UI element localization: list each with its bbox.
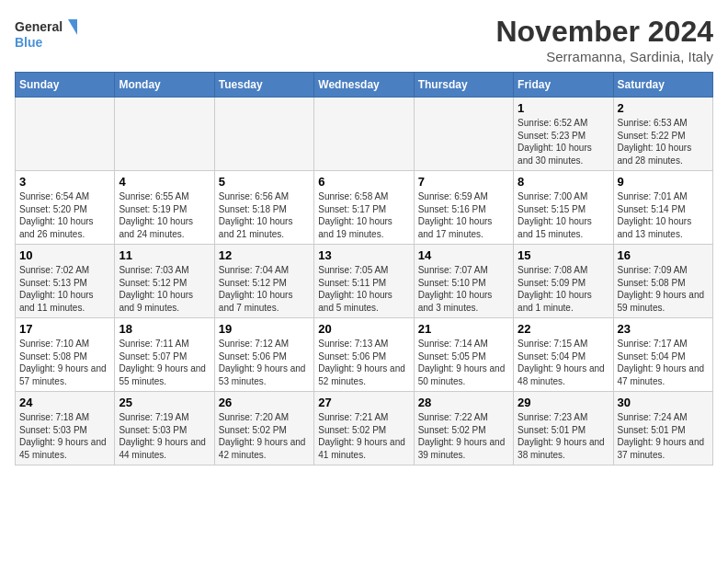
day-info: Sunrise: 6:53 AM Sunset: 5:22 PM Dayligh… bbox=[618, 117, 709, 167]
column-header-friday: Friday bbox=[514, 73, 613, 98]
day-cell: 16Sunrise: 7:09 AM Sunset: 5:08 PM Dayli… bbox=[613, 245, 712, 318]
day-info: Sunrise: 7:17 AM Sunset: 5:04 PM Dayligh… bbox=[618, 338, 709, 387]
day-number: 25 bbox=[119, 396, 210, 409]
day-cell: 18Sunrise: 7:11 AM Sunset: 5:07 PM Dayli… bbox=[115, 318, 214, 392]
header: General Blue November 2024 Serramanna, S… bbox=[15, 15, 713, 64]
day-cell: 7Sunrise: 6:59 AM Sunset: 5:16 PM Daylig… bbox=[414, 171, 513, 245]
day-number: 27 bbox=[318, 396, 409, 409]
week-row-4: 17Sunrise: 7:10 AM Sunset: 5:08 PM Dayli… bbox=[16, 318, 713, 392]
day-number: 13 bbox=[318, 248, 409, 262]
day-cell: 9Sunrise: 7:01 AM Sunset: 5:14 PM Daylig… bbox=[613, 171, 712, 245]
day-info: Sunrise: 7:23 AM Sunset: 5:01 PM Dayligh… bbox=[518, 411, 609, 461]
day-info: Sunrise: 6:52 AM Sunset: 5:23 PM Dayligh… bbox=[518, 117, 609, 167]
day-info: Sunrise: 7:19 AM Sunset: 5:03 PM Dayligh… bbox=[119, 411, 210, 461]
week-row-3: 10Sunrise: 7:02 AM Sunset: 5:13 PM Dayli… bbox=[16, 245, 713, 318]
day-number: 11 bbox=[119, 248, 210, 262]
day-cell: 17Sunrise: 7:10 AM Sunset: 5:08 PM Dayli… bbox=[16, 318, 115, 392]
day-number: 20 bbox=[318, 322, 409, 336]
day-cell: 3Sunrise: 6:54 AM Sunset: 5:20 PM Daylig… bbox=[16, 171, 115, 245]
day-cell: 26Sunrise: 7:20 AM Sunset: 5:02 PM Dayli… bbox=[214, 392, 313, 465]
day-cell: 20Sunrise: 7:13 AM Sunset: 5:06 PM Dayli… bbox=[314, 318, 414, 392]
day-cell: 5Sunrise: 6:56 AM Sunset: 5:18 PM Daylig… bbox=[214, 171, 313, 245]
svg-text:General: General bbox=[15, 19, 63, 34]
day-number: 3 bbox=[19, 175, 110, 189]
day-cell: 19Sunrise: 7:12 AM Sunset: 5:06 PM Dayli… bbox=[214, 318, 313, 392]
day-cell: 29Sunrise: 7:23 AM Sunset: 5:01 PM Dayli… bbox=[514, 392, 613, 465]
day-info: Sunrise: 7:11 AM Sunset: 5:07 PM Dayligh… bbox=[119, 338, 210, 387]
day-cell: 25Sunrise: 7:19 AM Sunset: 5:03 PM Dayli… bbox=[115, 392, 214, 465]
day-number: 4 bbox=[119, 175, 210, 189]
day-number: 15 bbox=[518, 248, 609, 262]
day-cell bbox=[414, 98, 513, 171]
column-header-sunday: Sunday bbox=[16, 73, 115, 98]
logo-svg: General Blue bbox=[15, 15, 79, 56]
day-info: Sunrise: 7:05 AM Sunset: 5:11 PM Dayligh… bbox=[318, 264, 409, 314]
title-area: November 2024 Serramanna, Sardinia, Ital… bbox=[495, 15, 713, 64]
day-info: Sunrise: 7:01 AM Sunset: 5:14 PM Dayligh… bbox=[618, 190, 709, 240]
header-row: SundayMondayTuesdayWednesdayThursdayFrid… bbox=[16, 73, 713, 98]
day-number: 5 bbox=[219, 175, 310, 189]
day-info: Sunrise: 7:08 AM Sunset: 5:09 PM Dayligh… bbox=[518, 264, 609, 314]
day-number: 28 bbox=[418, 396, 509, 409]
svg-text:Blue: Blue bbox=[15, 35, 43, 50]
day-number: 1 bbox=[518, 101, 609, 115]
month-title: November 2024 bbox=[495, 15, 713, 49]
day-info: Sunrise: 7:18 AM Sunset: 5:03 PM Dayligh… bbox=[19, 411, 110, 461]
day-cell: 4Sunrise: 6:55 AM Sunset: 5:19 PM Daylig… bbox=[115, 171, 214, 245]
day-info: Sunrise: 7:10 AM Sunset: 5:08 PM Dayligh… bbox=[19, 338, 110, 387]
day-info: Sunrise: 6:56 AM Sunset: 5:18 PM Dayligh… bbox=[219, 190, 310, 240]
week-row-5: 24Sunrise: 7:18 AM Sunset: 5:03 PM Dayli… bbox=[16, 392, 713, 465]
column-header-monday: Monday bbox=[115, 73, 214, 98]
svg-marker-2 bbox=[68, 19, 77, 35]
day-info: Sunrise: 7:12 AM Sunset: 5:06 PM Dayligh… bbox=[219, 338, 310, 387]
day-cell: 14Sunrise: 7:07 AM Sunset: 5:10 PM Dayli… bbox=[414, 245, 513, 318]
day-cell: 21Sunrise: 7:14 AM Sunset: 5:05 PM Dayli… bbox=[414, 318, 513, 392]
day-info: Sunrise: 7:21 AM Sunset: 5:02 PM Dayligh… bbox=[318, 411, 409, 461]
day-cell bbox=[214, 98, 313, 171]
day-number: 24 bbox=[19, 396, 110, 409]
subtitle: Serramanna, Sardinia, Italy bbox=[495, 49, 713, 64]
day-number: 16 bbox=[618, 248, 709, 262]
day-info: Sunrise: 7:13 AM Sunset: 5:06 PM Dayligh… bbox=[318, 338, 409, 387]
column-header-saturday: Saturday bbox=[613, 73, 712, 98]
calendar-table: SundayMondayTuesdayWednesdayThursdayFrid… bbox=[15, 72, 713, 465]
day-info: Sunrise: 6:59 AM Sunset: 5:16 PM Dayligh… bbox=[418, 190, 509, 240]
day-info: Sunrise: 7:15 AM Sunset: 5:04 PM Dayligh… bbox=[518, 338, 609, 387]
day-cell bbox=[314, 98, 414, 171]
day-number: 2 bbox=[618, 101, 709, 115]
day-info: Sunrise: 7:24 AM Sunset: 5:01 PM Dayligh… bbox=[618, 411, 709, 461]
day-cell: 6Sunrise: 6:58 AM Sunset: 5:17 PM Daylig… bbox=[314, 171, 414, 245]
day-number: 26 bbox=[219, 396, 310, 409]
day-number: 12 bbox=[219, 248, 310, 262]
day-number: 7 bbox=[418, 175, 509, 189]
day-info: Sunrise: 7:02 AM Sunset: 5:13 PM Dayligh… bbox=[19, 264, 110, 314]
day-number: 6 bbox=[318, 175, 409, 189]
day-info: Sunrise: 6:58 AM Sunset: 5:17 PM Dayligh… bbox=[318, 190, 409, 240]
day-number: 22 bbox=[518, 322, 609, 336]
day-cell: 13Sunrise: 7:05 AM Sunset: 5:11 PM Dayli… bbox=[314, 245, 414, 318]
day-number: 19 bbox=[219, 322, 310, 336]
day-cell: 15Sunrise: 7:08 AM Sunset: 5:09 PM Dayli… bbox=[514, 245, 613, 318]
day-cell: 1Sunrise: 6:52 AM Sunset: 5:23 PM Daylig… bbox=[514, 98, 613, 171]
day-info: Sunrise: 7:03 AM Sunset: 5:12 PM Dayligh… bbox=[119, 264, 210, 314]
day-number: 9 bbox=[618, 175, 709, 189]
day-cell: 12Sunrise: 7:04 AM Sunset: 5:12 PM Dayli… bbox=[214, 245, 313, 318]
day-cell: 8Sunrise: 7:00 AM Sunset: 5:15 PM Daylig… bbox=[514, 171, 613, 245]
day-cell: 24Sunrise: 7:18 AM Sunset: 5:03 PM Dayli… bbox=[16, 392, 115, 465]
day-info: Sunrise: 6:55 AM Sunset: 5:19 PM Dayligh… bbox=[119, 190, 210, 240]
day-cell: 10Sunrise: 7:02 AM Sunset: 5:13 PM Dayli… bbox=[16, 245, 115, 318]
column-header-tuesday: Tuesday bbox=[214, 73, 313, 98]
day-info: Sunrise: 7:20 AM Sunset: 5:02 PM Dayligh… bbox=[219, 411, 310, 461]
day-cell: 27Sunrise: 7:21 AM Sunset: 5:02 PM Dayli… bbox=[314, 392, 414, 465]
day-cell: 28Sunrise: 7:22 AM Sunset: 5:02 PM Dayli… bbox=[414, 392, 513, 465]
day-cell: 23Sunrise: 7:17 AM Sunset: 5:04 PM Dayli… bbox=[613, 318, 712, 392]
week-row-2: 3Sunrise: 6:54 AM Sunset: 5:20 PM Daylig… bbox=[16, 171, 713, 245]
day-number: 14 bbox=[418, 248, 509, 262]
day-info: Sunrise: 7:14 AM Sunset: 5:05 PM Dayligh… bbox=[418, 338, 509, 387]
day-number: 23 bbox=[618, 322, 709, 336]
day-number: 10 bbox=[19, 248, 110, 262]
day-number: 8 bbox=[518, 175, 609, 189]
day-cell: 11Sunrise: 7:03 AM Sunset: 5:12 PM Dayli… bbox=[115, 245, 214, 318]
day-number: 30 bbox=[618, 396, 709, 409]
day-number: 18 bbox=[119, 322, 210, 336]
